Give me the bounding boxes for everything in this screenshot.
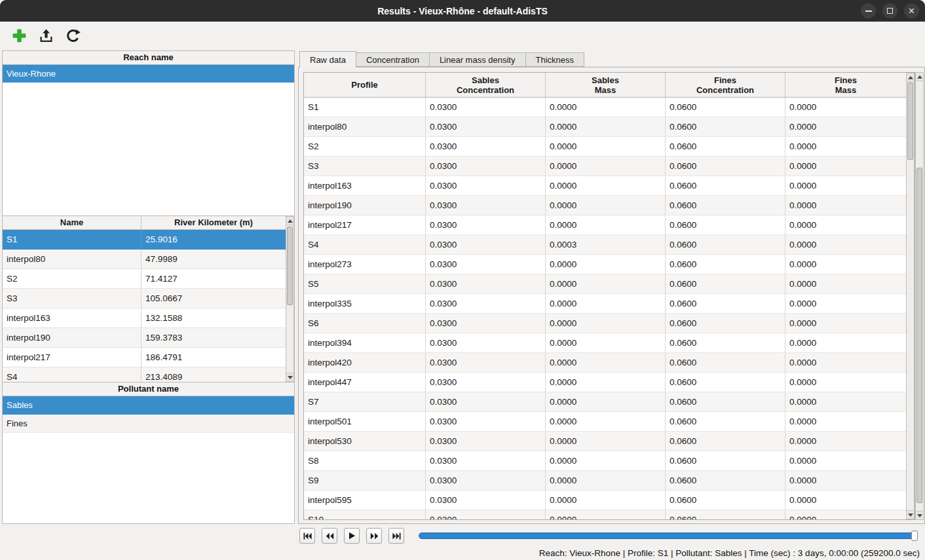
export-button[interactable] (36, 26, 56, 46)
column-header[interactable]: Sables Concentration (426, 73, 546, 97)
table-row[interactable]: S1 0.0300 0.0000 0.0600 0.0000 (304, 98, 906, 117)
refresh-button[interactable] (63, 26, 83, 46)
profile-row[interactable]: S3 105.0667 (3, 289, 294, 308)
table-row[interactable]: interpol80 0.0300 0.0000 0.0600 0.0000 (304, 117, 906, 137)
reach-item[interactable]: Vieux-Rhone (3, 65, 294, 83)
scroll-up-button[interactable] (286, 217, 293, 225)
tab[interactable]: Linear mass density (429, 52, 526, 67)
scrollbar-thumb[interactable] (916, 168, 922, 503)
tab-bar: Raw data Concentration Linear mass densi… (298, 50, 925, 67)
pollutant-list[interactable]: Sables Fines (3, 396, 294, 433)
arrow-up-icon (917, 75, 922, 79)
table-row[interactable]: S6 0.0300 0.0000 0.0600 0.0000 (304, 314, 906, 333)
tab[interactable]: Raw data (299, 51, 356, 67)
column-header-line1: Sables (592, 75, 619, 85)
profile-row[interactable]: interpol163 132.1588 (3, 308, 294, 328)
profile-row[interactable]: S4 213.4089 (3, 367, 294, 382)
play-button[interactable] (344, 528, 360, 544)
profile-row[interactable]: S2 71.4127 (3, 269, 294, 289)
table-row[interactable]: interpol501 0.0300 0.0000 0.0600 0.0000 (304, 412, 906, 432)
table-row[interactable]: S7 0.0300 0.0000 0.0600 0.0000 (304, 392, 906, 412)
sables-concentration-cell: 0.0300 (426, 353, 546, 372)
last-frame-button[interactable] (388, 528, 404, 544)
table-row[interactable]: interpol273 0.0300 0.0000 0.0600 0.0000 (304, 255, 906, 274)
pane-scrollbar[interactable] (915, 72, 924, 520)
column-header[interactable]: Sables Mass (546, 73, 666, 97)
profile-name-cell: interpol80 (3, 250, 142, 269)
table-row[interactable]: S8 0.0300 0.0000 0.0600 0.0000 (304, 451, 906, 471)
data-table-header: Profile Sables Concentration Sables Mass (304, 73, 906, 98)
fines-concentration-cell: 0.0600 (666, 392, 785, 411)
profile-row[interactable]: interpol80 47.9989 (3, 250, 294, 269)
sables-concentration-cell: 0.0300 (426, 491, 546, 510)
profile-row[interactable]: interpol217 186.4791 (3, 348, 294, 367)
table-row[interactable]: interpol394 0.0300 0.0000 0.0600 0.0000 (304, 333, 906, 353)
minimize-icon (865, 10, 872, 12)
time-slider-handle[interactable] (911, 531, 918, 541)
profile-km-cell: 105.0667 (142, 289, 294, 308)
maximize-button[interactable] (882, 3, 897, 18)
profile-cell: S10 (304, 510, 426, 519)
scrollbar-track[interactable] (286, 225, 293, 373)
skip-to-end-icon (392, 532, 401, 540)
fines-mass-cell: 0.0000 (785, 196, 906, 215)
table-row[interactable]: interpol163 0.0300 0.0000 0.0600 0.0000 (304, 176, 906, 196)
sables-mass-cell: 0.0000 (546, 471, 666, 490)
add-button[interactable] (9, 26, 29, 46)
table-row[interactable]: interpol217 0.0300 0.0000 0.0600 0.0000 (304, 215, 906, 235)
table-row[interactable]: S4 0.0300 0.0003 0.0600 0.0000 (304, 235, 906, 255)
table-row[interactable]: interpol335 0.0300 0.0000 0.0600 0.0000 (304, 294, 906, 314)
profile-cell: interpol273 (304, 255, 426, 274)
fines-mass-cell: 0.0000 (785, 491, 906, 510)
close-button[interactable]: × (904, 3, 919, 18)
titlebar[interactable]: Results - Vieux-Rhône - default-AdisTS × (0, 0, 925, 22)
profiles-table-body[interactable]: S1 25.9016 interpol80 47.9989 S2 71.4127… (3, 230, 294, 382)
first-frame-button[interactable] (299, 528, 315, 544)
table-row[interactable]: interpol595 0.0300 0.0000 0.0600 0.0000 (304, 491, 906, 510)
scrollbar-thumb[interactable] (907, 83, 913, 160)
profile-cell: S2 (304, 137, 426, 156)
minimize-button[interactable] (861, 3, 876, 18)
scroll-down-button[interactable] (907, 510, 914, 519)
rewind-button[interactable] (322, 528, 337, 544)
pollutant-item[interactable]: Fines (3, 415, 294, 433)
table-row[interactable]: interpol190 0.0300 0.0000 0.0600 0.0000 (304, 196, 906, 215)
table-row[interactable]: interpol447 0.0300 0.0000 0.0600 0.0000 (304, 373, 906, 392)
table-row[interactable]: interpol420 0.0300 0.0000 0.0600 0.0000 (304, 353, 906, 373)
column-header-river-kilometer[interactable]: River Kilometer (m) (142, 216, 286, 229)
scrollbar-track[interactable] (916, 81, 923, 511)
data-table-body[interactable]: S1 0.0300 0.0000 0.0600 0.0000 interpol8… (304, 98, 906, 519)
arrow-down-icon (917, 514, 922, 517)
column-header[interactable]: Fines Mass (785, 73, 906, 97)
pollutant-item[interactable]: Sables (3, 396, 294, 415)
profile-name-cell: interpol190 (3, 328, 142, 347)
profiles-scrollbar[interactable] (286, 216, 294, 382)
scrollbar-track[interactable] (907, 82, 914, 510)
profile-row[interactable]: interpol190 159.3783 (3, 328, 294, 348)
table-row[interactable]: S9 0.0300 0.0000 0.0600 0.0000 (304, 471, 906, 491)
column-header[interactable]: Fines Concentration (666, 73, 785, 97)
table-row[interactable]: S2 0.0300 0.0000 0.0600 0.0000 (304, 137, 906, 157)
scroll-down-button[interactable] (286, 373, 293, 381)
table-scrollbar[interactable] (906, 73, 915, 519)
tab[interactable]: Thickness (525, 52, 585, 67)
column-header[interactable]: Profile (304, 73, 426, 97)
column-header-name[interactable]: Name (3, 216, 142, 229)
scroll-up-button[interactable] (916, 73, 923, 81)
table-row[interactable]: S5 0.0300 0.0000 0.0600 0.0000 (304, 274, 906, 294)
scroll-down-button[interactable] (916, 511, 923, 519)
reach-list[interactable]: Vieux-Rhone (3, 65, 294, 83)
profile-row[interactable]: S1 25.9016 (3, 230, 294, 250)
forward-button[interactable] (366, 528, 382, 544)
scroll-up-button[interactable] (907, 73, 914, 82)
profile-cell: interpol501 (304, 412, 426, 431)
time-slider[interactable] (419, 532, 918, 539)
table-row[interactable]: S10 0.0300 0.0000 0.0600 0.0000 (304, 510, 906, 519)
fines-mass-cell: 0.0000 (785, 117, 906, 136)
tab[interactable]: Concentration (356, 52, 430, 67)
sables-mass-cell: 0.0000 (546, 98, 666, 117)
table-row[interactable]: S3 0.0300 0.0000 0.0600 0.0000 (304, 157, 906, 176)
fines-concentration-cell: 0.0600 (666, 510, 785, 519)
scrollbar-thumb[interactable] (287, 227, 293, 305)
table-row[interactable]: interpol530 0.0300 0.0000 0.0600 0.0000 (304, 432, 906, 451)
